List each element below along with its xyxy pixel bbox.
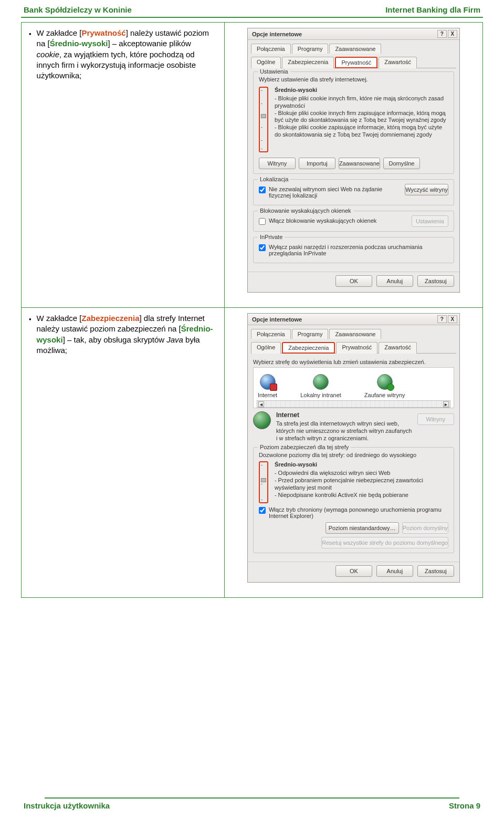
sites-button[interactable]: Witryny [259, 158, 296, 169]
kw-security: Zabezpieczenia [81, 314, 139, 323]
level-line: - Odpowiedni dla większości witryn sieci… [275, 470, 448, 477]
bullet-icon: ▪ [29, 30, 32, 81]
location-checkbox[interactable] [259, 186, 266, 193]
zone-internet[interactable]: Internet [258, 374, 277, 398]
tab-programs[interactable]: Programy [292, 44, 329, 54]
zone-label: Zaufane witryny [364, 392, 405, 398]
globe-icon [377, 374, 393, 390]
tab-security[interactable]: Zabezpieczenia [282, 342, 335, 354]
inprivate-label: Wyłącz paski narzędzi i rozszerzenia pod… [269, 244, 448, 256]
apply-button[interactable]: Zastosuj [417, 275, 454, 287]
tab-content[interactable]: Zawartość [379, 57, 417, 68]
slider-handle-icon[interactable] [261, 114, 266, 118]
zone-label: Internet [258, 392, 277, 398]
globe-icon [313, 374, 329, 390]
tab-content[interactable]: Zawartość [379, 342, 417, 354]
help-icon[interactable]: ? [437, 315, 447, 323]
group-location: Lokalizacja [258, 176, 290, 182]
settings-intro: Wybierz ustawienie dla strefy internetow… [259, 76, 448, 82]
tab-advanced[interactable]: Zaawansowane [329, 329, 381, 339]
protected-mode-label: Włącz tryb chroniony (wymaga ponownego u… [269, 506, 448, 519]
privacy-slider[interactable]: - - - - - [259, 87, 268, 152]
tab-general[interactable]: Ogólne [251, 57, 281, 68]
zone-desc-title: Internet [276, 411, 412, 419]
zone-sites-button: Witryny [417, 413, 454, 425]
popup-settings-button: Ustawienia [412, 215, 448, 227]
bullet-icon: ▪ [29, 315, 32, 356]
shield-icon [270, 384, 277, 391]
security-level-title: Średnio-wysoki [275, 461, 448, 468]
kw-level-1: Średnio-wysoki [50, 39, 108, 48]
level-range: Dozwolone poziomy dla tej strefy: od śre… [259, 452, 448, 458]
tab-general[interactable]: Ogólne [251, 342, 281, 354]
kw-privacy: Prywatność [81, 28, 125, 37]
advanced-button[interactable]: Zaawansowane [339, 158, 380, 169]
zone-desc-text: Ta strefa jest dla internetowych witryn … [276, 420, 412, 442]
tab-advanced[interactable]: Zaawansowane [329, 44, 381, 54]
policy-line: - Blokuje pliki cookie zapisujące inform… [275, 124, 448, 139]
footer-right: Strona 9 [449, 801, 480, 810]
location-label: Nie zezwalaj witrynom sieci Web na żądan… [269, 186, 390, 199]
level-line: - Przed pobraniem potencjalnie niebezpie… [275, 477, 448, 492]
group-level: Poziom zabezpieczeń dla tej strefy [258, 444, 351, 450]
globe-icon [260, 374, 276, 390]
close-icon[interactable]: X [448, 30, 457, 38]
popup-label: Włącz blokowanie wyskakujących okienek [269, 217, 376, 224]
cancel-button[interactable]: Anuluj [376, 275, 413, 287]
zone-scrollbar[interactable]: ◄ ► [257, 400, 450, 408]
privacy-level-title: Średnio-wysoki [275, 87, 448, 93]
doc-header-right: Internet Banking dla Firm [385, 5, 480, 14]
help-icon[interactable]: ? [437, 30, 447, 38]
globe-icon [253, 411, 271, 429]
tab-programs[interactable]: Programy [292, 329, 329, 339]
scroll-right-icon[interactable]: ► [443, 401, 449, 407]
cancel-button[interactable]: Anuluj [376, 565, 413, 577]
apply-button[interactable]: Zastosuj [417, 565, 454, 577]
security-slider[interactable]: - - - [259, 461, 268, 503]
policy-line: - Blokuje pliki cookie innych firm zapis… [275, 110, 448, 125]
dialog-title: Opcje internetowe [252, 316, 302, 323]
group-inprivate: InPrivate [258, 234, 285, 240]
ok-button[interactable]: OK [335, 565, 372, 577]
zone-trusted[interactable]: Zaufane witryny [364, 374, 405, 398]
protected-mode-checkbox[interactable] [259, 507, 266, 514]
tab-security[interactable]: Zabezpieczenia [282, 57, 334, 68]
import-button[interactable]: Importuj [299, 158, 335, 169]
dialog-title: Opcje internetowe [252, 31, 302, 37]
zone-intranet[interactable]: Lokalny intranet [300, 374, 341, 398]
inprivate-checkbox[interactable] [259, 244, 266, 251]
check-icon [387, 384, 394, 391]
clear-sites-button[interactable]: Wyczyść witryny [405, 184, 448, 195]
level-line: - Niepodpisane kontrolki ActiveX nie będ… [275, 492, 448, 499]
group-settings: Ustawienia [258, 68, 290, 75]
zone-prompt: Wybierz strefę do wyświetlenia lub zmień… [253, 359, 454, 365]
close-icon[interactable]: X [448, 315, 457, 323]
tab-connections[interactable]: Połączenia [251, 44, 291, 54]
doc-header-left: Bank Spółdzielczy w Koninie [24, 5, 132, 14]
tab-connections[interactable]: Połączenia [251, 329, 291, 339]
policy-line: - Blokuje pliki cookie innych firm, któr… [275, 95, 448, 110]
custom-level-button[interactable]: Poziom niestandardowy… [326, 522, 399, 534]
instruction-2: W zakładce [Zabezpieczenia] dla strefy I… [37, 313, 217, 356]
popup-checkbox[interactable] [259, 218, 266, 225]
internet-options-dialog-2: Opcje internetowe ? X Połączenia Program… [247, 313, 460, 583]
instruction-1: W zakładce [Prywatność] należy ustawić p… [37, 28, 217, 81]
scroll-left-icon[interactable]: ◄ [258, 401, 264, 407]
internet-options-dialog-1: Opcje internetowe ? X Połączenia Program… [247, 28, 460, 293]
reset-zones-button: Resetuj wszystkie strefy do poziomu domy… [321, 537, 448, 548]
zone-label: Lokalny intranet [300, 392, 341, 398]
footer-rule [45, 797, 459, 799]
group-popup: Blokowanie wyskakujących okienek [258, 208, 353, 214]
tab-privacy[interactable]: Prywatność [335, 57, 377, 68]
default-level-button: Poziom domyślny [402, 522, 448, 534]
default-button[interactable]: Domyślne [383, 158, 420, 169]
tab-privacy[interactable]: Prywatność [336, 342, 377, 354]
instruction-table: ▪ W zakładce [Prywatność] należy ustawić… [21, 22, 483, 598]
ok-button[interactable]: OK [335, 275, 372, 287]
footer-left: Instrukcja użytkownika [24, 801, 110, 810]
